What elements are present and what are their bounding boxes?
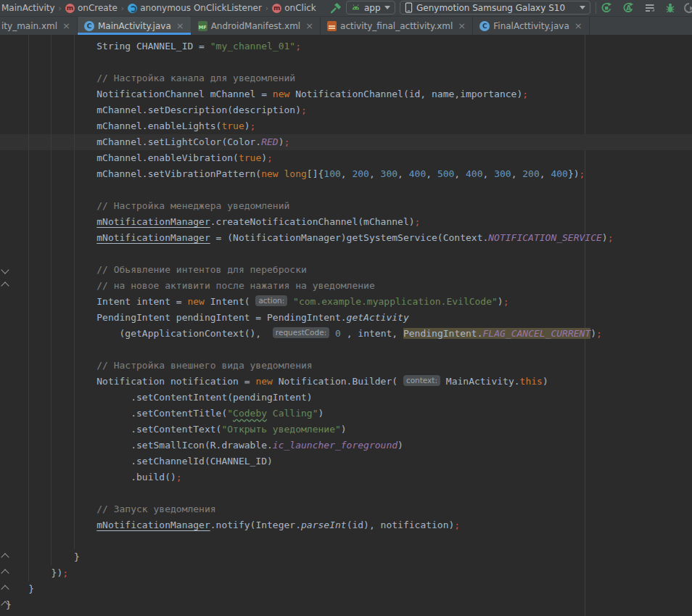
code-line: PendingIntent pendingIntent = PendingInt… (0, 310, 692, 326)
breadcrumb-item[interactable]: MainActivity (1, 3, 55, 13)
phone-icon (405, 2, 413, 13)
device-label: Genymotion Samsung Galaxy S10 (416, 3, 565, 13)
code-line: .setSmallIcon(R.drawable.ic_launcher_for… (0, 438, 692, 453)
code-line: // на новое активити после нажатия на ув… (0, 278, 692, 294)
code-line: } (0, 581, 692, 597)
code-line: mChannel.setVibrationPattern(new long[]{… (0, 166, 692, 182)
code-line: mChannel.setLightColor(Color.RED); (0, 134, 692, 150)
main-toolbar: MainActivity›monCreate›anonymous OnClick… (0, 0, 692, 17)
code-line: .build(); (0, 469, 692, 485)
code-line: mChannel.enableLights(true); (0, 118, 692, 134)
close-tab-icon[interactable]: × (62, 21, 70, 30)
build-hammer-icon[interactable] (330, 2, 342, 14)
code-line: mNotificationManager.notify(Integer.pars… (0, 517, 692, 533)
editor-tab[interactable]: CMainActivity.java× (78, 17, 191, 35)
code-line: mChannel.setDescription(description); (0, 102, 692, 118)
code-line: mChannel.enableVibration(true); (0, 150, 692, 166)
code-line: .setChannelId(CHANNEL_ID) (0, 453, 692, 469)
code-line (0, 485, 692, 501)
close-tab-icon[interactable]: × (176, 21, 184, 30)
code-line (0, 342, 692, 358)
code-line: }); (0, 565, 692, 581)
tab-label: ity_main.xml (1, 21, 57, 31)
debug-icon[interactable] (664, 2, 676, 14)
xml-file-icon (327, 21, 337, 31)
code-line: (getApplicationContext(), requestCode: 0… (0, 326, 692, 342)
android-studio-window: MainActivity›monCreate›anonymous OnClick… (0, 0, 692, 616)
code-line: .setContentTitle("Codeby Calling") (0, 406, 692, 422)
breadcrumb-item[interactable]: anonymous OnClickListener (128, 3, 262, 13)
tab-label: AndroidManifest.xml (211, 21, 301, 31)
breadcrumb-item[interactable]: monClick (272, 3, 316, 13)
method-icon: m (65, 4, 75, 13)
chevron-down-icon (580, 6, 585, 9)
apply-changes-restart-activity-icon[interactable] (601, 2, 612, 14)
run-configurations-list-icon[interactable] (644, 2, 656, 14)
indent-guide (74, 35, 75, 549)
code-line: NotificationChannel mChannel = new Notif… (0, 86, 692, 102)
code-line: } (0, 597, 692, 613)
editor-tab[interactable]: CFinalActtivity.java× (473, 17, 589, 35)
code-line: mNotificationManager.createNotificationC… (0, 214, 692, 230)
svg-text:A: A (626, 4, 631, 12)
close-tab-icon[interactable]: × (305, 21, 313, 30)
profile-icon[interactable] (683, 2, 692, 14)
code-line (0, 54, 692, 70)
close-tab-icon[interactable]: × (574, 21, 582, 30)
code-line: .setContentIntent(pendingIntent) (0, 390, 692, 406)
close-tab-icon[interactable]: × (458, 21, 466, 30)
editor-tab[interactable]: MFAndroidManifest.xml× (191, 17, 321, 35)
breadcrumb-label: anonymous OnClickListener (140, 3, 262, 13)
indent-guide (51, 35, 52, 565)
breadcrumb-separator: › (121, 4, 124, 13)
breadcrumb-separator: › (59, 4, 62, 13)
code-line: // Запуск уведомления (0, 501, 692, 517)
code-line (0, 533, 692, 549)
tab-label: MainActivity.java (98, 21, 171, 31)
run-config-selector[interactable]: app (346, 1, 395, 15)
code-line: // Обьявление интентов для переброски (0, 262, 692, 278)
code-line: } (0, 549, 692, 565)
tab-label: activity_final_acttivity.xml (340, 21, 453, 31)
code-area: String CHANNEL_ID = "my_channel_01"; // … (0, 35, 692, 613)
chevron-down-icon (384, 6, 390, 9)
device-selector[interactable]: Genymotion Samsung Galaxy S10 (400, 1, 590, 15)
anonymous-class-icon (128, 4, 137, 13)
breadcrumb-label: onClick (284, 3, 316, 13)
java-class-icon: C (479, 21, 490, 31)
code-line: // Настройка внешнего вида уведомления (0, 358, 692, 374)
code-line: // Настройка менеджера уведомлений (0, 198, 692, 214)
breadcrumb-item[interactable]: monCreate (65, 3, 118, 13)
code-line: Notification notification = new Notifica… (0, 374, 692, 390)
code-line: String CHANNEL_ID = "my_channel_01"; (0, 38, 692, 54)
code-line (0, 182, 692, 198)
code-line (0, 246, 692, 262)
breadcrumb-label: onCreate (78, 3, 118, 13)
method-icon: m (272, 4, 281, 13)
android-icon (351, 3, 361, 12)
code-line: mNotificationManager = (NotificationMana… (0, 230, 692, 246)
run-config-label: app (364, 3, 381, 13)
code-line: .setContentText("Открыть уведомление") (0, 422, 692, 438)
code-editor[interactable]: String CHANNEL_ID = "my_channel_01"; // … (0, 35, 692, 616)
code-line: // Настройка канала для уведомлений (0, 70, 692, 86)
breadcrumb: MainActivity›monCreate›anonymous OnClick… (1, 0, 316, 16)
editor-tab-bar: ity_main.xml×CMainActivity.java×MFAndroi… (0, 17, 692, 35)
toolbar-divider (596, 2, 596, 14)
breadcrumb-label: MainActivity (1, 3, 55, 13)
apply-code-changes-icon[interactable]: A (622, 2, 634, 14)
tab-label: FinalActtivity.java (493, 21, 569, 31)
breadcrumb-separator: › (265, 4, 268, 13)
editor-tab[interactable]: activity_final_acttivity.xml× (321, 17, 473, 35)
indent-guide (28, 35, 29, 581)
code-line: Intent intent = new Intent( action: "com… (0, 294, 692, 310)
editor-tab[interactable]: ity_main.xml× (0, 17, 78, 35)
java-class-icon: C (84, 21, 94, 31)
manifest-file-icon: MF (198, 21, 207, 31)
